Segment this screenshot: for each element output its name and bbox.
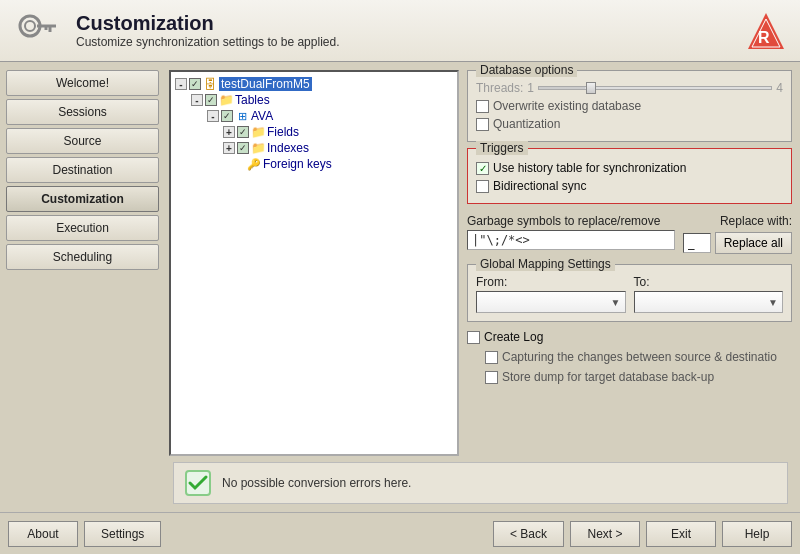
- store-row: Store dump for target database back-up: [467, 368, 792, 386]
- sidebar-item-welcome[interactable]: Welcome!: [6, 70, 159, 96]
- db-icon: 🗄: [203, 77, 217, 91]
- sidebar: Welcome! Sessions Source Destination Cus…: [0, 62, 165, 512]
- overwrite-label: Overwrite existing database: [493, 99, 641, 113]
- tree-item-fields[interactable]: + ✓ 📁 Fields: [175, 124, 453, 140]
- threads-row: Threads: 1 4: [476, 79, 783, 97]
- bidirectional-label: Bidirectional sync: [493, 179, 586, 193]
- tree-checkbox-ava[interactable]: ✓: [221, 110, 233, 122]
- slider-thumb[interactable]: [586, 82, 596, 94]
- store-checkbox[interactable]: [485, 371, 498, 384]
- quantization-checkbox[interactable]: [476, 118, 489, 131]
- settings-button[interactable]: Settings: [84, 521, 161, 547]
- next-button[interactable]: Next >: [570, 521, 640, 547]
- tree-toggle-fields[interactable]: +: [223, 126, 235, 138]
- header: Customization Customize synchronization …: [0, 0, 800, 62]
- status-text: No possible conversion errors here.: [222, 476, 411, 490]
- mapping-title: Global Mapping Settings: [476, 257, 615, 271]
- header-icon: [12, 6, 62, 56]
- log-section: Create Log Capturing the changes between…: [467, 328, 792, 386]
- sidebar-item-sessions[interactable]: Sessions: [6, 99, 159, 125]
- tree-item-indexes[interactable]: + ✓ 📁 Indexes: [175, 140, 453, 156]
- tree-label-db: testDualFromM5: [219, 77, 312, 91]
- overwrite-row: Overwrite existing database: [476, 97, 783, 115]
- db-options-group: Database options Threads: 1 4: [467, 70, 792, 142]
- tree-toggle-db[interactable]: -: [175, 78, 187, 90]
- use-history-label: Use history table for synchronization: [493, 161, 686, 175]
- tree-label-fields: Fields: [267, 125, 299, 139]
- tree-panel[interactable]: - ✓ 🗄 testDualFromM5 - ✓ 📁 Tables - ✓ ⊞: [169, 70, 459, 456]
- back-button[interactable]: < Back: [493, 521, 564, 547]
- tree-item-db[interactable]: - ✓ 🗄 testDualFromM5: [175, 76, 453, 92]
- garbage-left: Garbage symbols to replace/remove: [467, 214, 675, 250]
- folder-icon-tables: 📁: [219, 93, 233, 107]
- page-subtitle: Customize synchronization settings to be…: [76, 35, 744, 49]
- capture-label: Capturing the changes between source & d…: [502, 350, 777, 364]
- use-history-checkbox[interactable]: ✓: [476, 162, 489, 175]
- mapping-to-select[interactable]: ▼: [634, 291, 784, 313]
- sidebar-item-execution[interactable]: Execution: [6, 215, 159, 241]
- tree-checkbox-tables[interactable]: ✓: [205, 94, 217, 106]
- mapping-row: From: ▼ To: ▼: [476, 275, 783, 313]
- about-button[interactable]: About: [8, 521, 78, 547]
- sidebar-item-customization[interactable]: Customization: [6, 186, 159, 212]
- main-panel: - ✓ 🗄 testDualFromM5 - ✓ 📁 Tables - ✓ ⊞: [165, 62, 800, 512]
- create-log-checkbox[interactable]: [467, 331, 480, 344]
- tree-label-ava: AVA: [251, 109, 273, 123]
- db-options-title: Database options: [476, 63, 577, 77]
- create-log-label: Create Log: [484, 330, 543, 344]
- garbage-section: Garbage symbols to replace/remove Replac…: [467, 210, 792, 258]
- quantization-row: Quantization: [476, 115, 783, 133]
- tree-label-indexes: Indexes: [267, 141, 309, 155]
- tree-toggle-tables[interactable]: -: [191, 94, 203, 106]
- sidebar-item-scheduling[interactable]: Scheduling: [6, 244, 159, 270]
- mapping-from-arrow: ▼: [611, 297, 621, 308]
- mapping-to-label: To:: [634, 275, 784, 289]
- tree-checkbox-indexes[interactable]: ✓: [237, 142, 249, 154]
- folder-icon-fields: 📁: [251, 125, 265, 139]
- field-icon-foreignkeys: 🔑: [247, 157, 261, 171]
- garbage-input[interactable]: [467, 230, 675, 250]
- exit-button[interactable]: Exit: [646, 521, 716, 547]
- tree-checkbox-db[interactable]: ✓: [189, 78, 201, 90]
- content-area: Welcome! Sessions Source Destination Cus…: [0, 62, 800, 512]
- svg-point-1: [25, 21, 35, 31]
- replace-input[interactable]: [683, 233, 711, 253]
- threads-slider[interactable]: [538, 86, 772, 90]
- create-log-row: Create Log: [467, 328, 792, 346]
- tree-item-foreignkeys[interactable]: 🔑 Foreign keys: [175, 156, 453, 172]
- options-panel: Database options Threads: 1 4: [467, 70, 792, 456]
- garbage-row: Garbage symbols to replace/remove Replac…: [467, 214, 792, 254]
- overwrite-checkbox[interactable]: [476, 100, 489, 113]
- status-icon: [184, 469, 212, 497]
- tree-item-ava[interactable]: - ✓ ⊞ AVA: [175, 108, 453, 124]
- replace-all-button[interactable]: Replace all: [715, 232, 792, 254]
- triggers-title: Triggers: [476, 141, 528, 155]
- capture-checkbox[interactable]: [485, 351, 498, 364]
- help-button[interactable]: Help: [722, 521, 792, 547]
- status-bar: No possible conversion errors here.: [173, 462, 788, 504]
- threads-label: Threads:: [476, 81, 523, 95]
- bidirectional-row: Bidirectional sync: [476, 177, 783, 195]
- tree-label-tables: Tables: [235, 93, 270, 107]
- quantization-label: Quantization: [493, 117, 560, 131]
- mapping-to-col: To: ▼: [634, 275, 784, 313]
- sidebar-item-destination[interactable]: Destination: [6, 157, 159, 183]
- threads-max: 4: [776, 81, 783, 95]
- mapping-from-col: From: ▼: [476, 275, 626, 313]
- app-logo: R: [744, 9, 788, 53]
- threads-min: 1: [527, 81, 534, 95]
- capture-row: Capturing the changes between source & d…: [467, 348, 792, 366]
- tree-toggle-ava[interactable]: -: [207, 110, 219, 122]
- bidirectional-checkbox[interactable]: [476, 180, 489, 193]
- tree-checkbox-fields[interactable]: ✓: [237, 126, 249, 138]
- garbage-label: Garbage symbols to replace/remove: [467, 214, 675, 228]
- tree-toggle-indexes[interactable]: +: [223, 142, 235, 154]
- tree-item-tables[interactable]: - ✓ 📁 Tables: [175, 92, 453, 108]
- main-row: - ✓ 🗄 testDualFromM5 - ✓ 📁 Tables - ✓ ⊞: [169, 70, 792, 456]
- mapping-group: Global Mapping Settings From: ▼: [467, 264, 792, 322]
- folder-icon-indexes: 📁: [251, 141, 265, 155]
- sidebar-item-source[interactable]: Source: [6, 128, 159, 154]
- use-history-row: ✓ Use history table for synchronization: [476, 159, 783, 177]
- mapping-from-select[interactable]: ▼: [476, 291, 626, 313]
- store-label: Store dump for target database back-up: [502, 370, 714, 384]
